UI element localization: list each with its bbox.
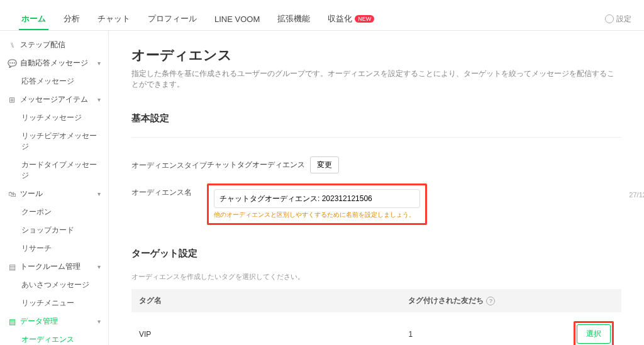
tag-name-cell: VIP: [131, 312, 401, 345]
select-highlight: 選択: [574, 321, 614, 345]
gear-icon: [605, 14, 614, 23]
sidebar-message-items[interactable]: ⊞メッセージアイテム▾: [0, 90, 108, 109]
nav-line-voom[interactable]: LINE VOOM: [206, 8, 269, 30]
sidebar-talkroom[interactable]: ▤トークルーム管理▾: [0, 258, 108, 276]
nav-monetize[interactable]: 収益化 NEW: [319, 8, 383, 30]
sidebar-shopcard[interactable]: ショップカード: [0, 221, 108, 239]
col-tag-count: タグ付けされた友だち?: [401, 289, 537, 312]
page-description: 指定した条件を基に作成されるユーザーのグループです。オーディエンスを設定すること…: [131, 68, 621, 90]
sidebar-data-management[interactable]: ▤データ管理▾: [0, 312, 108, 331]
branch-icon: ⑊: [8, 41, 16, 50]
basic-settings-heading: 基本設定: [131, 112, 621, 128]
sidebar: ⑊ステップ配信 💬自動応答メッセージ▾ 応答メッセージ ⊞メッセージアイテム▾ …: [0, 31, 109, 345]
sidebar-step-delivery[interactable]: ⑊ステップ配信: [0, 36, 108, 54]
chevron-down-icon: ▾: [97, 318, 101, 325]
sidebar-reply-message[interactable]: 応答メッセージ: [0, 72, 108, 90]
main-content: オーディエンス 指定した条件を基に作成されるユーザーのグループです。オーディエン…: [109, 31, 644, 345]
sidebar-greeting[interactable]: あいさつメッセージ: [0, 276, 108, 294]
tag-count-cell: 1: [401, 312, 537, 345]
chevron-down-icon: ▾: [97, 96, 101, 103]
sidebar-research[interactable]: リサーチ: [0, 239, 108, 258]
audience-name-highlight: 他のオーディエンスと区別しやすくするために名前を設定しましょう。: [207, 183, 427, 225]
sidebar-coupon[interactable]: クーポン: [0, 203, 108, 221]
new-badge: NEW: [355, 15, 374, 23]
nav-home[interactable]: ホーム: [13, 8, 55, 30]
settings-label: 設定: [616, 14, 631, 25]
audience-name-input[interactable]: [214, 189, 420, 208]
chevron-down-icon: ▾: [97, 60, 101, 67]
target-settings-sub: オーディエンスを作成したいタグを選択してください。: [131, 272, 621, 282]
sidebar-audience[interactable]: オーディエンス: [0, 331, 108, 345]
chevron-down-icon: ▾: [97, 190, 101, 197]
chat-icon: 💬: [8, 59, 16, 68]
sidebar-tools[interactable]: 🛍ツール▾: [0, 185, 108, 203]
audience-type-value: チャットタグオーディエンス: [207, 160, 305, 170]
sidebar-richmenu[interactable]: リッチメニュー: [0, 294, 108, 312]
chevron-down-icon: ▾: [97, 263, 101, 270]
room-icon: ▤: [8, 263, 16, 271]
nav-profile[interactable]: プロフィール: [139, 8, 206, 30]
select-button[interactable]: 選択: [577, 324, 611, 344]
sidebar-card-type[interactable]: カードタイプメッセージ: [0, 156, 108, 185]
nav-extensions[interactable]: 拡張機能: [269, 8, 319, 30]
cart-icon: 🛍: [8, 190, 16, 199]
audience-name-hint: 他のオーディエンスと区別しやすくするために名前を設定しましょう。: [214, 211, 420, 219]
nav-chat[interactable]: チャット: [89, 8, 139, 30]
audience-name-label: オーディエンス名: [131, 183, 207, 198]
nav-analytics[interactable]: 分析: [55, 8, 89, 30]
change-button[interactable]: 変更: [310, 156, 339, 173]
database-icon: ▤: [8, 317, 16, 326]
settings-link[interactable]: 設定: [605, 14, 631, 25]
sidebar-rich-message[interactable]: リッチメッセージ: [0, 109, 108, 127]
table-row: VIP 1 選択: [131, 312, 621, 345]
plus-box-icon: ⊞: [8, 96, 16, 104]
tag-table: タグ名 タグ付けされた友だち? VIP 1 選択 除外 26 選択: [131, 289, 621, 345]
col-tag-name: タグ名: [131, 289, 401, 312]
info-icon[interactable]: ?: [486, 297, 495, 305]
target-settings-heading: ターゲット設定: [131, 248, 621, 263]
nav-monetize-label: 収益化: [328, 13, 352, 25]
page-title: オーディエンス: [131, 46, 621, 65]
sidebar-auto-reply[interactable]: 💬自動応答メッセージ▾: [0, 54, 108, 72]
sidebar-rich-video[interactable]: リッチビデオメッセージ: [0, 127, 108, 156]
audience-type-label: オーディエンスタイプ: [131, 156, 207, 171]
audience-name-counter: 27/120: [629, 191, 644, 199]
